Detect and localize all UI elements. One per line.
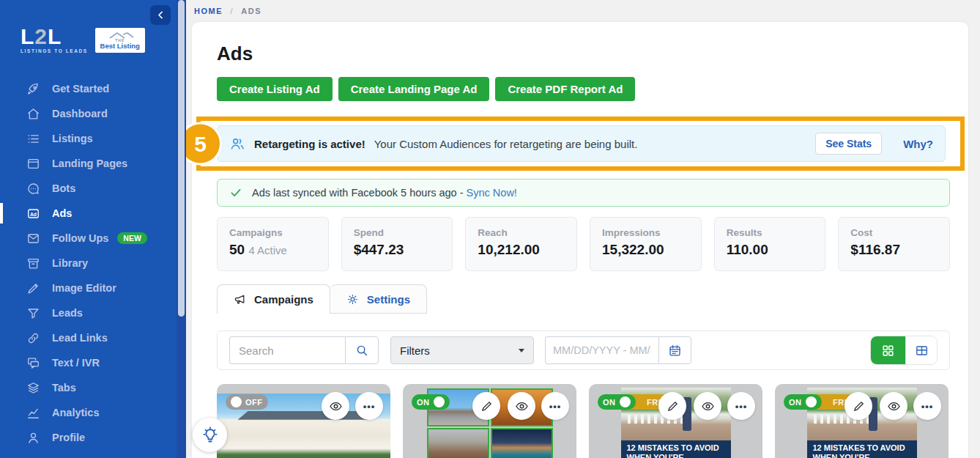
sidebar-item-follow-ups[interactable]: Follow Ups NEW (0, 226, 177, 251)
search-icon (355, 344, 368, 357)
stat-campaigns-active: 4 Active (248, 244, 287, 256)
sidebar-item-bots[interactable]: Bots (0, 176, 177, 201)
campaign-card-1: OFF ••• (217, 384, 390, 458)
campaign-toggle-on[interactable]: ON (784, 394, 822, 410)
chevron-left-icon (155, 10, 166, 21)
eye-icon (701, 399, 715, 413)
annotation-step-number: 5 (181, 125, 220, 163)
sidebar-item-landing-pages[interactable]: Landing Pages (0, 151, 177, 176)
sync-banner: Ads last synced with Facebook 5 hours ag… (217, 179, 950, 207)
create-pdf-report-ad-button[interactable]: Create PDF Report Ad (495, 77, 635, 101)
tab-campaigns[interactable]: Campaigns (217, 284, 330, 314)
table-view-button[interactable] (905, 336, 937, 364)
brush-icon (26, 281, 40, 295)
sidebar-scrollbar-thumb[interactable] (178, 0, 185, 317)
tab-bar: Campaigns Settings (217, 284, 950, 314)
preview-eye-button[interactable] (694, 392, 721, 420)
sidebar-item-get-started[interactable]: Get Started (0, 76, 177, 101)
ad-headline: 12 MISTAKES TO AVOID WHEN YOU'RE (807, 440, 917, 458)
sidebar-item-analytics[interactable]: Analytics (0, 400, 177, 425)
mail-icon (26, 232, 40, 245)
sidebar-item-lead-links[interactable]: Lead Links (0, 325, 177, 350)
stat-cost: Cost $116.87 (838, 217, 950, 271)
stat-spend: Spend $447.23 (341, 217, 453, 271)
user-icon (26, 431, 40, 445)
why-link[interactable]: Why? (903, 138, 933, 150)
sidebar-scrollbar[interactable] (177, 0, 186, 458)
sidebar-item-listings[interactable]: Listings (0, 126, 177, 151)
l2l-tagline: LISTINGS TO LEADS (21, 48, 88, 53)
campaign-toggle-on[interactable]: ON (598, 394, 636, 410)
grid-view-button[interactable] (871, 336, 905, 364)
see-stats-button[interactable]: See Stats (815, 133, 882, 155)
table-icon (915, 344, 929, 358)
home-icon (26, 107, 40, 121)
edit-pencil-button[interactable] (844, 392, 872, 420)
pencil-icon (852, 399, 866, 413)
sidebar-item-tabs[interactable]: Tabs (0, 375, 177, 400)
campaign-toggle-off[interactable]: OFF (226, 394, 268, 410)
campaign-card-2: ON ••• (403, 384, 576, 458)
gear-icon (346, 293, 359, 306)
breadcrumb: HOME / ADS (194, 7, 261, 15)
sidebar-collapse-button[interactable] (150, 5, 171, 25)
sidebar-item-library[interactable]: Library (0, 251, 177, 276)
campaign-cards-row: OFF ••• ON ••• (217, 384, 950, 458)
annotation-box: 5 Retargeting is active! Your Custom Aud… (196, 117, 965, 171)
rocket-icon (26, 82, 40, 96)
sync-now-link[interactable]: Sync Now! (467, 187, 517, 199)
pencil-icon (480, 399, 494, 413)
eye-icon (329, 399, 343, 413)
search-input[interactable] (229, 336, 345, 364)
caret-down-icon (519, 349, 524, 352)
grid-icon (881, 344, 895, 358)
sidebar-item-image-editor[interactable]: Image Editor (0, 276, 177, 300)
check-icon (229, 186, 242, 199)
pencil-icon (666, 399, 680, 413)
eye-icon (887, 399, 901, 413)
stat-campaigns: Campaigns 50 4 Active (217, 217, 329, 271)
campaign-card-4: 12 MISTAKES TO AVOID WHEN YOU'RE FREE ON… (775, 384, 949, 458)
sidebar-item-profile[interactable]: Profile (0, 425, 177, 450)
more-options-button[interactable]: ••• (355, 392, 383, 420)
campaign-toggle-on[interactable]: ON (412, 394, 450, 410)
edit-pencil-button[interactable] (472, 392, 500, 420)
calendar-button[interactable] (658, 336, 691, 364)
edit-pencil-button[interactable] (658, 392, 686, 420)
more-options-button[interactable]: ••• (727, 392, 755, 420)
eye-icon (515, 399, 529, 413)
retargeting-callout: Retargeting is active! Your Custom Audie… (217, 125, 946, 162)
chart-icon (26, 406, 40, 420)
preview-eye-button[interactable] (880, 392, 907, 420)
sidebar-item-dashboard[interactable]: Dashboard (0, 101, 177, 126)
filters-select[interactable]: Filters (390, 336, 534, 364)
search-button[interactable] (345, 336, 379, 364)
chat-bubble-icon (26, 182, 40, 196)
preview-eye-button[interactable] (508, 392, 535, 420)
tab-settings[interactable]: Settings (330, 284, 427, 314)
create-actions-row: Create Listing Ad Create Landing Page Ad… (217, 77, 950, 101)
stat-reach: Reach 10,212.00 (465, 217, 577, 271)
sidebar-item-ads[interactable]: Ads (0, 201, 177, 226)
more-options-button[interactable]: ••• (541, 392, 569, 420)
create-landing-page-ad-button[interactable]: Create Landing Page Ad (338, 77, 490, 101)
preview-eye-button[interactable] (322, 392, 349, 420)
logo-row: L2L LISTINGS TO LEADS THE Best Listing (21, 26, 145, 53)
ad-badge-icon (26, 207, 40, 221)
create-listing-ad-button[interactable]: Create Listing Ad (217, 77, 333, 101)
main-content: Ads Create Listing Ad Create Landing Pag… (192, 22, 968, 458)
breadcrumb-home[interactable]: HOME (194, 7, 223, 15)
archive-icon (26, 256, 40, 270)
link-icon (26, 331, 40, 345)
stat-results: Results 110.00 (714, 217, 826, 271)
ad-headline: 12 MISTAKES TO AVOID WHEN YOU'RE (621, 440, 731, 458)
best-listing-logo: THE Best Listing (95, 28, 145, 53)
sidebar-item-text-ivr[interactable]: Text / IVR (0, 350, 177, 375)
people-icon (229, 136, 245, 152)
more-options-button[interactable]: ••• (913, 392, 941, 420)
sidebar-item-leads[interactable]: Leads (0, 300, 177, 325)
calendar-icon (668, 344, 682, 358)
tips-bulb-button[interactable] (193, 418, 227, 452)
date-range-input[interactable] (545, 336, 658, 364)
retargeting-status-text: Retargeting is active! (254, 138, 365, 150)
